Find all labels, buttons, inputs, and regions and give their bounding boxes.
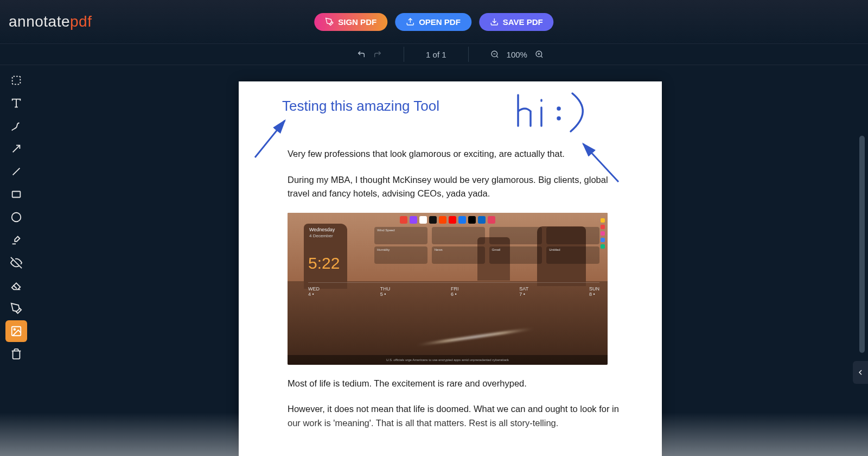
main-area: Testing this amazing Tool Very few profe… [0, 65, 868, 456]
header-button-group: SIGN PDF OPEN PDF SAVE PDF [314, 13, 553, 31]
delete-tool[interactable] [5, 343, 27, 365]
widget-footer: U.S. officials urge Americans to use enc… [288, 355, 608, 365]
page-indicator: 1 of 1 [426, 50, 446, 59]
pen-tool[interactable] [5, 297, 27, 319]
image-icon [10, 325, 22, 337]
zoom-level: 100% [507, 50, 527, 59]
arrow-tool[interactable] [5, 138, 27, 160]
circle-icon [10, 211, 22, 223]
embedded-screenshot: Wednesday 4 December 5:22 Wind Speed Hum… [288, 213, 608, 365]
page-title: Testing this amazing Tool [282, 98, 629, 115]
pdf-page[interactable]: Testing this amazing Tool Very few profe… [239, 81, 662, 456]
eye-off-icon [10, 257, 22, 269]
upload-icon [406, 17, 414, 26]
paragraph: Most of life is tedium. The excitement i… [288, 377, 629, 391]
highlight-tool[interactable] [5, 229, 27, 251]
scrollbar-thumb[interactable] [859, 136, 865, 353]
image-tool[interactable] [5, 320, 27, 342]
download-icon [490, 17, 499, 26]
redo-icon[interactable] [373, 50, 382, 59]
open-pdf-label: OPEN PDF [419, 17, 461, 27]
svg-line-12 [13, 145, 20, 153]
draw-icon [10, 120, 22, 132]
svg-point-15 [12, 213, 21, 222]
open-pdf-button[interactable]: OPEN PDF [395, 13, 471, 31]
expand-panel-tab[interactable] [853, 361, 868, 384]
svg-line-3 [496, 56, 498, 58]
paragraph: However, it does not mean that life is d… [288, 402, 629, 430]
save-pdf-button[interactable]: SAVE PDF [479, 13, 554, 31]
line-tool[interactable] [5, 161, 27, 182]
paragraph: Very few professions that look glamorous… [288, 147, 629, 161]
trash-icon [10, 348, 22, 360]
pen-icon [10, 302, 22, 314]
eraser-icon [10, 280, 22, 292]
app-logo: annotatepdf [9, 13, 92, 30]
rectangle-tool[interactable] [5, 183, 27, 205]
zoom-in-icon[interactable] [535, 50, 544, 59]
svg-point-18 [14, 328, 15, 330]
divider [404, 47, 404, 62]
widget-date: 4 December [309, 233, 333, 238]
text-icon [10, 97, 22, 109]
circle-tool[interactable] [5, 206, 27, 228]
rectangle-icon [10, 188, 22, 200]
logo-text-1: annotate [9, 13, 70, 30]
sign-pdf-label: SIGN PDF [338, 17, 376, 27]
draw-tool[interactable] [5, 115, 27, 137]
svg-line-13 [13, 168, 20, 175]
line-icon [10, 166, 22, 178]
select-icon [10, 74, 22, 86]
annotation-arrow [250, 114, 293, 163]
paragraph: During my MBA, I thought McKinsey would … [288, 173, 629, 201]
pen-nib-icon [325, 17, 334, 26]
undo-redo-group [357, 50, 382, 59]
svg-point-21 [558, 117, 560, 119]
app-header: annotatepdf SIGN PDF OPEN PDF SAVE PDF [0, 0, 868, 43]
sub-toolbar: 1 of 1 100% [0, 43, 868, 65]
left-toolbar [0, 65, 33, 456]
svg-rect-14 [12, 192, 21, 198]
widget-day: Wednesday [309, 227, 335, 232]
highlight-icon [10, 234, 22, 246]
text-tool[interactable] [5, 92, 27, 114]
chevron-left-icon [856, 368, 865, 377]
save-pdf-label: SAVE PDF [503, 17, 543, 27]
svg-rect-9 [12, 77, 21, 85]
sign-pdf-button[interactable]: SIGN PDF [314, 13, 387, 31]
hide-tool[interactable] [5, 252, 27, 274]
logo-text-2: pdf [70, 13, 92, 30]
arrow-icon [10, 143, 22, 155]
widget-time: 5:22 [308, 254, 340, 273]
eraser-tool[interactable] [5, 275, 27, 296]
zoom-out-icon[interactable] [490, 50, 499, 59]
svg-line-6 [541, 56, 542, 58]
canvas-viewport[interactable]: Testing this amazing Tool Very few profe… [33, 65, 868, 456]
divider [468, 47, 469, 62]
select-tool[interactable] [5, 69, 27, 91]
undo-icon[interactable] [357, 50, 366, 59]
svg-line-19 [255, 121, 285, 157]
zoom-group: 100% [490, 50, 544, 59]
page-indicator-group: 1 of 1 [426, 50, 446, 59]
